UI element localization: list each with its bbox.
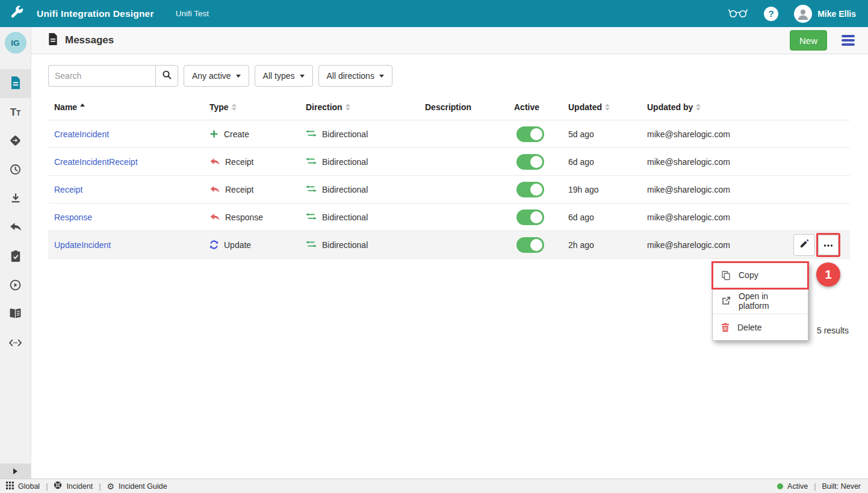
updated-by-label: mike@sharelogic.com [641,129,789,139]
glasses-icon[interactable] [728,7,748,21]
clipboard-check-icon [10,250,21,265]
new-button[interactable]: New [790,30,827,51]
direction-filter-dropdown[interactable]: All directions [318,65,392,87]
message-name-link[interactable]: UpdateIncident [54,240,111,250]
scope-label[interactable]: Global [18,482,40,491]
bidirectional-icon [306,129,317,139]
updated-by-label: mike@sharelogic.com [641,157,789,167]
table-row[interactable]: Response Response Bidirectional 6d ago m… [48,203,850,231]
active-toggle[interactable] [516,154,544,170]
context-menu-item[interactable]: Copy [713,262,808,288]
caret-right-icon [13,468,17,474]
more-actions-button[interactable] [818,235,839,255]
active-toggle[interactable] [516,209,544,225]
reply-arrow-icon [9,222,22,235]
history-icon [9,163,22,178]
column-label: Type [209,102,229,112]
user-avatar[interactable] [794,5,812,23]
workspace-avatar[interactable]: IG [5,32,26,54]
direction-label: Bidirectional [322,157,368,167]
sidebar-item-fields[interactable]: TT [0,98,31,127]
context-menu-item[interactable]: Delete [713,314,808,340]
direction-label: Bidirectional [322,240,368,250]
type-label: Receipt [225,185,253,194]
copy-icon [721,270,731,281]
table-row[interactable]: CreateIncident Create Bidirectional 5d a… [48,120,850,148]
results-count: 5 results [817,326,849,335]
document-icon [10,76,21,91]
menu-item-label: Delete [737,323,761,332]
column-header[interactable]: Type [203,102,300,112]
pencil-icon [799,239,809,250]
user-name[interactable]: Mike Ellis [817,9,856,19]
table-header-row: Name Type Direction Description Active U… [48,94,850,120]
chevron-down-icon [300,75,305,78]
help-icon[interactable]: ? [764,7,778,21]
active-toggle[interactable] [516,182,544,197]
column-header[interactable]: Description [419,102,508,112]
column-label: Direction [306,102,343,112]
updated-label: 5d ago [562,129,641,139]
bidirectional-icon [306,157,317,167]
sidebar-item-tasks[interactable] [0,243,31,271]
search-button[interactable] [155,65,178,87]
direction-label: Bidirectional [322,129,368,139]
separator: | [99,482,101,491]
send-diamond-icon [9,134,22,149]
separator: | [814,482,816,491]
sidebar-expand-button[interactable] [0,464,31,479]
menu-icon[interactable] [842,33,855,48]
sidebar-item-history[interactable] [0,156,31,185]
reply-icon [209,185,220,194]
active-filter-dropdown[interactable]: Any active [184,65,249,87]
column-label: Active [514,102,539,112]
integration-label[interactable]: Incident Guide [119,482,167,491]
type-label: Create [224,129,249,139]
status-bar: Global | Incident | ⚙ Incident Guide Act… [0,479,868,493]
direction-label: Bidirectional [322,212,368,222]
table-row[interactable]: Receipt Receipt Bidirectional 19h ago mi… [48,176,850,203]
book-icon [9,308,22,321]
sidebar-item-run[interactable] [0,271,31,300]
status-label: Active [787,482,808,491]
table-row[interactable]: CreateIncidentReceipt Receipt Bidirectio… [48,148,850,176]
context-menu-item[interactable]: Open in platform [713,288,808,314]
sidebar-item-messages[interactable] [0,69,31,98]
trash-icon [721,323,730,332]
context-menu: Copy Open in platform Delete [712,262,808,341]
column-header[interactable]: Updated by [641,102,789,112]
environment-label[interactable]: Unifi Test [176,9,209,18]
refresh-icon [209,240,219,249]
filter-bar: Any active All types All directions [48,65,850,87]
active-toggle[interactable] [516,237,544,253]
download-icon [10,192,22,206]
message-name-link[interactable]: CreateIncident [54,129,109,139]
annotation-box-more [816,233,840,257]
type-filter-dropdown[interactable]: All types [255,65,313,87]
column-header[interactable]: Name [48,102,203,112]
page-title: Messages [65,34,114,46]
column-label: Name [54,102,77,112]
sidebar-item-code[interactable] [0,329,31,358]
column-header[interactable]: Updated [562,102,641,112]
search-input[interactable] [48,65,155,87]
sidebar-item-transform[interactable] [0,127,31,156]
separator: | [46,482,48,491]
message-name-link[interactable]: CreateIncidentReceipt [54,157,138,167]
message-name-link[interactable]: Response [54,212,92,222]
sidebar-item-reply[interactable] [0,214,31,243]
updated-by-label: mike@sharelogic.com [641,185,789,194]
sidebar-item-documentation[interactable] [0,300,31,329]
app-label[interactable]: Incident [66,482,93,491]
active-toggle[interactable] [516,126,544,142]
updated-label: 6d ago [562,157,641,167]
column-header[interactable]: Active [508,102,562,112]
table-row[interactable]: UpdateIncident Update Bidirectional 2h a… [48,231,850,259]
row-actions [793,233,840,257]
sidebar: IG TT [0,27,31,479]
message-name-link[interactable]: Receipt [54,185,82,194]
sidebar-item-download[interactable] [0,185,31,214]
column-header[interactable]: Direction [300,102,419,112]
sort-icon [80,104,85,111]
edit-button[interactable] [793,234,815,256]
